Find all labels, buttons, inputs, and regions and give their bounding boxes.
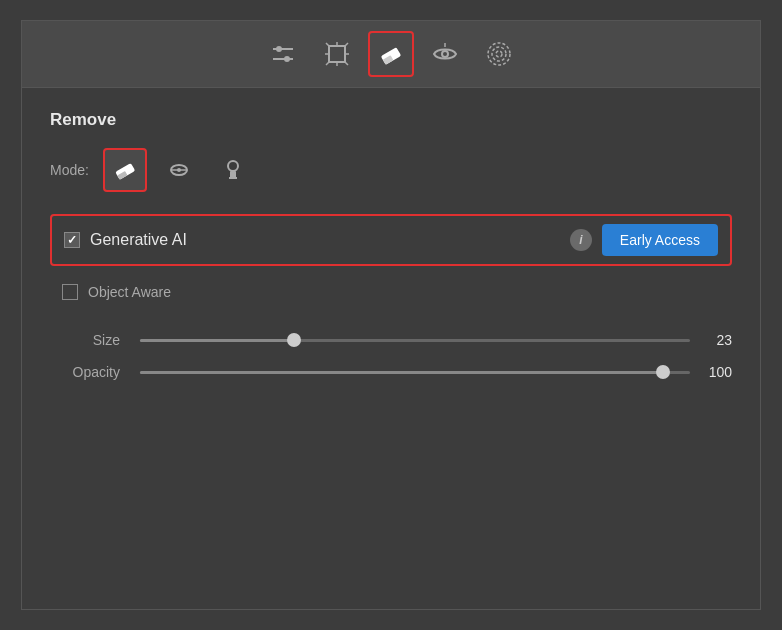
remove-panel: Remove Mode:: [21, 20, 761, 610]
early-access-button[interactable]: Early Access: [602, 224, 718, 256]
opacity-slider-fill: [140, 371, 663, 374]
generative-ai-checkbox[interactable]: [64, 232, 80, 248]
svg-point-1: [276, 46, 282, 52]
svg-point-20: [177, 168, 181, 172]
adjustments-tool-button[interactable]: [260, 31, 306, 77]
panel-content: Remove Mode:: [22, 88, 760, 609]
svg-point-21: [228, 161, 238, 171]
info-button[interactable]: i: [570, 229, 592, 251]
adjustments-icon: [270, 41, 296, 67]
remove-eraser-icon: [378, 41, 404, 67]
size-label: Size: [50, 332, 120, 348]
clone-stamp-icon: [221, 158, 245, 182]
opacity-slider-track[interactable]: [140, 371, 690, 374]
generative-ai-label: Generative AI: [90, 231, 560, 249]
mode-label: Mode:: [50, 162, 89, 178]
eraser-mode-button[interactable]: [103, 148, 147, 192]
mode-row: Mode:: [50, 148, 732, 192]
remove-tool-button[interactable]: [368, 31, 414, 77]
size-slider-fill: [140, 339, 294, 342]
radial-icon: [486, 41, 512, 67]
opacity-slider-row: Opacity 100: [50, 364, 732, 380]
healing-mode-button[interactable]: [157, 148, 201, 192]
clone-mode-button[interactable]: [211, 148, 255, 192]
opacity-label: Opacity: [50, 364, 120, 380]
svg-point-11: [442, 51, 448, 57]
size-slider-row: Size 23: [50, 332, 732, 348]
radial-tool-button[interactable]: [476, 31, 522, 77]
svg-rect-16: [115, 163, 135, 180]
transform-icon: [324, 41, 350, 67]
transform-tool-button[interactable]: [314, 31, 360, 77]
generative-ai-row: Generative AI i Early Access: [50, 214, 732, 266]
size-value: 23: [696, 332, 732, 348]
opacity-slider-thumb[interactable]: [656, 365, 670, 379]
object-aware-checkbox[interactable]: [62, 284, 78, 300]
view-icon: [432, 41, 458, 67]
svg-point-15: [496, 51, 502, 57]
healing-icon: [167, 158, 191, 182]
eraser-mode-icon: [113, 158, 137, 182]
svg-point-14: [492, 47, 506, 61]
size-slider-track[interactable]: [140, 339, 690, 342]
view-tool-button[interactable]: [422, 31, 468, 77]
toolbar: [22, 21, 760, 88]
svg-rect-4: [329, 46, 345, 62]
opacity-value: 100: [696, 364, 732, 380]
section-title: Remove: [50, 110, 732, 130]
svg-point-3: [284, 56, 290, 62]
size-slider-thumb[interactable]: [287, 333, 301, 347]
svg-rect-22: [230, 171, 236, 178]
object-aware-row: Object Aware: [50, 280, 732, 304]
object-aware-label: Object Aware: [88, 284, 171, 300]
